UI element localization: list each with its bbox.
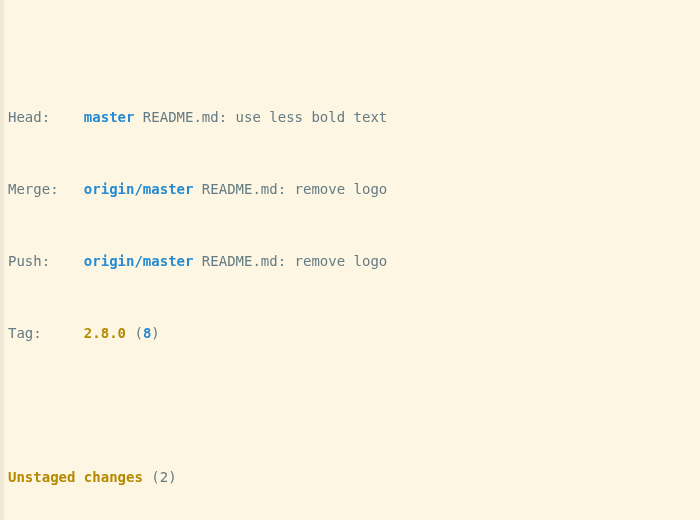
push-branch[interactable]: origin/master xyxy=(84,253,194,269)
push-line: Push: origin/master README.md: remove lo… xyxy=(8,252,700,270)
unstaged-title: Unstaged changes xyxy=(8,469,143,485)
head-branch[interactable]: master xyxy=(84,109,135,125)
tag-open: ( xyxy=(126,325,143,341)
push-msg: README.md: remove logo xyxy=(193,253,387,269)
push-label: Push: xyxy=(8,253,84,269)
tag-label: Tag: xyxy=(8,325,84,341)
head-line: Head: master README.md: use less bold te… xyxy=(8,108,700,126)
tag-close: ) xyxy=(151,325,159,341)
merge-label: Merge: xyxy=(8,181,84,197)
merge-msg: README.md: remove logo xyxy=(193,181,387,197)
merge-line: Merge: origin/master README.md: remove l… xyxy=(8,180,700,198)
tag-line: Tag: 2.8.0 (8) xyxy=(8,324,700,342)
head-msg: README.md: use less bold text xyxy=(134,109,387,125)
unstaged-count: (2) xyxy=(143,469,177,485)
unstaged-header[interactable]: Unstaged changes (2) xyxy=(8,468,700,486)
merge-branch[interactable]: origin/master xyxy=(84,181,194,197)
tag-name[interactable]: 2.8.0 xyxy=(84,325,126,341)
head-label: Head: xyxy=(8,109,84,125)
